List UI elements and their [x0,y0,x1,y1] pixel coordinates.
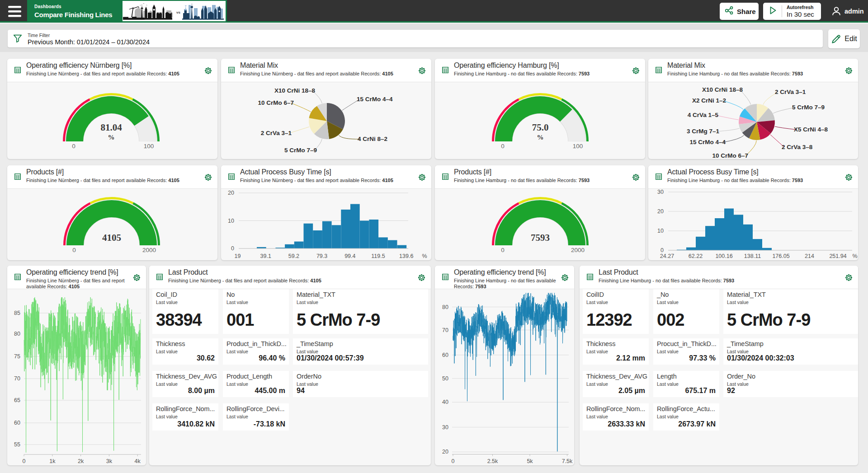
svg-text:24.27: 24.27 [660,253,674,259]
svg-text:2000: 2000 [571,247,585,253]
svg-text:0: 0 [452,458,455,464]
svg-text:X10 CrNi 18–8: X10 CrNi 18–8 [274,87,316,94]
svg-text:40: 40 [442,399,448,405]
svg-text:100: 100 [573,143,583,150]
svg-text:100: 100 [144,143,154,150]
svg-text:10 CrMo 6–7: 10 CrMo 6–7 [258,99,294,106]
svg-text:0: 0 [501,247,505,253]
svg-text:30: 30 [442,424,448,431]
svg-text:20: 20 [657,208,664,215]
svg-text:251.94: 251.94 [829,253,846,259]
svg-text:4105: 4105 [102,232,121,243]
svg-text:79.3: 79.3 [316,253,327,259]
svg-text:7593: 7593 [531,232,550,243]
svg-text:1k: 1k [49,458,56,464]
svg-text:119.5: 119.5 [371,253,385,259]
svg-text:2 CrVa 3–8: 2 CrVa 3–8 [782,144,813,150]
svg-text:2k: 2k [78,458,84,464]
svg-text:50: 50 [442,375,448,382]
svg-text:4k: 4k [135,458,141,464]
svg-text:0: 0 [231,245,234,252]
svg-text:20: 20 [442,449,448,455]
svg-text:X2 CrNi 1–2: X2 CrNi 1–2 [692,97,726,104]
svg-text:2 CrVa 3–1: 2 CrVa 3–1 [261,130,292,136]
svg-text:75: 75 [14,353,20,360]
svg-text:70: 70 [14,375,20,382]
svg-text:70: 70 [442,327,448,333]
svg-text:10 CrMo 6–7: 10 CrMo 6–7 [712,152,748,159]
svg-text:4 CrNi 8–2: 4 CrNi 8–2 [358,136,387,142]
svg-text:0: 0 [72,143,75,150]
svg-text:%: % [852,253,857,259]
svg-text:0: 0 [72,247,76,253]
svg-text:100.16: 100.16 [715,253,732,259]
svg-text:15 CrMo 4–4: 15 CrMo 4–4 [689,139,726,145]
svg-text:0: 0 [660,247,664,253]
svg-text:X5 CrNi 4–8: X5 CrNi 4–8 [794,126,828,133]
svg-text:15 CrMo 4–4: 15 CrMo 4–4 [357,96,393,103]
svg-text:3k: 3k [106,458,113,464]
svg-text:65: 65 [14,397,20,403]
svg-text:%: % [537,134,544,141]
svg-text:5 CrMo 7–9: 5 CrMo 7–9 [792,104,825,111]
svg-text:60: 60 [14,420,20,426]
svg-text:138.11: 138.11 [744,253,761,259]
svg-text:80: 80 [14,331,20,337]
svg-text:4 CrVa 1–5: 4 CrVa 1–5 [688,112,719,118]
svg-text:2.5k: 2.5k [487,458,498,464]
svg-text:vs: vs [176,10,180,14]
svg-text:0: 0 [501,143,505,150]
svg-text:85: 85 [14,310,20,316]
svg-text:176.05: 176.05 [772,253,789,259]
svg-text:%: % [422,253,427,259]
svg-text:10: 10 [228,218,234,224]
svg-text:5k: 5k [527,458,533,464]
svg-text:3 CrMg 7–1: 3 CrMg 7–1 [687,128,720,135]
svg-text:X10 CrNi 18–8: X10 CrNi 18–8 [702,86,743,93]
svg-text:55: 55 [14,441,20,448]
svg-text:19: 19 [235,253,241,259]
svg-text:5 CrMo 7–9: 5 CrMo 7–9 [284,147,317,154]
svg-text:139.6: 139.6 [399,253,413,259]
svg-text:%: % [108,134,115,141]
svg-text:7.5k: 7.5k [562,458,573,464]
svg-text:81.04: 81.04 [100,122,122,133]
svg-text:30: 30 [657,189,664,195]
svg-text:0: 0 [23,458,26,464]
svg-text:99.4: 99.4 [344,253,355,259]
svg-text:20: 20 [228,190,234,196]
svg-text:214: 214 [805,253,814,259]
svg-text:75.0: 75.0 [532,122,549,133]
svg-text:60: 60 [442,352,448,358]
svg-text:62.22: 62.22 [689,253,703,259]
svg-text:39.1: 39.1 [260,253,271,259]
svg-text:80: 80 [442,304,448,310]
svg-text:2 CrVa 3–1: 2 CrVa 3–1 [775,89,806,95]
svg-text:10: 10 [657,228,664,234]
svg-text:2000: 2000 [142,247,156,253]
svg-text:59.2: 59.2 [288,253,299,259]
